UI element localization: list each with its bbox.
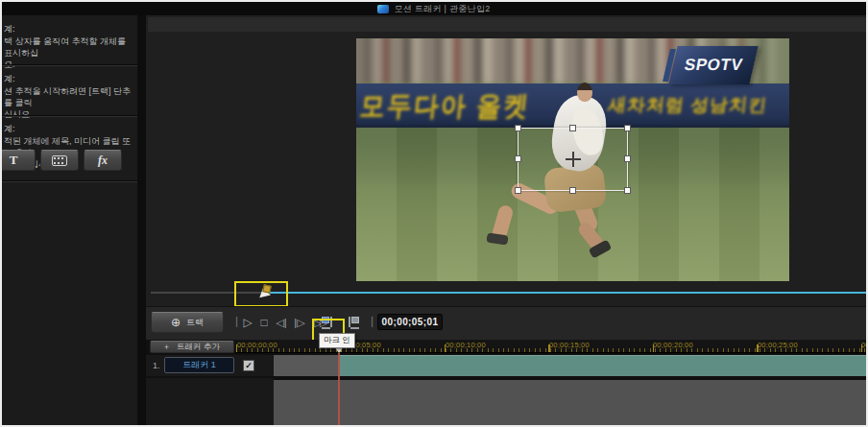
step-1-label: 계: — [4, 23, 136, 35]
add-effect-button[interactable]: fx — [84, 150, 122, 171]
track-index: 1. — [153, 361, 160, 370]
tracking-handle-ne[interactable] — [624, 125, 631, 131]
step-forward-button[interactable]: |▷ — [291, 312, 308, 333]
step-2-line-2: 십시오. — [4, 108, 136, 120]
mark-out-button[interactable] — [345, 312, 362, 333]
spotv-logo: SPOTV — [668, 46, 758, 84]
add-tracker-button[interactable]: + 트래커 추가 — [150, 341, 234, 353]
tracking-crosshair-icon[interactable] — [566, 152, 581, 167]
add-media-clip-button[interactable] — [40, 150, 79, 171]
playhead-line — [338, 353, 340, 426]
track-name-field[interactable]: 트래커 1 — [164, 357, 234, 373]
tracker-track-row: 1. 트래커 1 ✓ — [146, 355, 868, 376]
track-crosshair-icon: ⊕ — [171, 317, 181, 328]
step-back-icon: ◁| — [276, 317, 286, 329]
seek-bar-remaining[interactable] — [269, 292, 866, 294]
tracking-handle-s[interactable] — [569, 187, 576, 194]
mark-in-tooltip: 마크 인 — [319, 333, 355, 348]
preview-panel: 모두다아 올켓 새차처럼 성남치킨 SPOTV — [146, 15, 868, 427]
add-title-button[interactable]: T — [0, 150, 36, 171]
step-2-line-1: 션 추적을 시작하려면 [트랙] 단추를 클릭 — [4, 85, 136, 108]
highlight-box-scrubber — [234, 281, 288, 307]
timeline-empty-area — [274, 378, 868, 427]
step-1-line-2: 오. — [4, 59, 136, 70]
step-forward-icon: |▷ — [294, 317, 304, 329]
app-window: 모션 트래커 | 관중난입2 계: 택 상자를 움직여 추적할 개체를 표시하십… — [0, 0, 868, 427]
tracking-handle-n[interactable] — [569, 125, 576, 131]
tracking-handle-sw[interactable] — [515, 187, 521, 194]
step-2-label: 계: — [4, 73, 136, 84]
stop-icon: □ — [260, 316, 267, 329]
step-2: 계: 션 추적을 시작하려면 [트랙] 단추를 클릭 십시오. — [4, 73, 136, 120]
sidebar-divider — [2, 181, 137, 182]
banner-text-left: 모두다아 올켓 — [358, 87, 532, 125]
timeline-panel: + 트래커 추가 00;00;00;00 00;00;05;00 00;00;1… — [146, 340, 868, 427]
transport-toolbar: ⊕ 트랙 ❘ ▷ □ ◁| |▷ ▷▷ ❘ 00;00;05;01 마크 인 — [146, 306, 868, 340]
play-button[interactable]: ▷ — [240, 312, 255, 333]
stop-button[interactable]: □ — [256, 312, 272, 333]
timeline-header-column — [146, 378, 274, 427]
tracking-handle-nw[interactable] — [515, 125, 521, 131]
toolbar-separator: ❘ — [368, 315, 376, 327]
track-button-label: 트랙 — [186, 317, 204, 329]
media-clip-icon — [52, 155, 67, 166]
instructions-sidebar: 계: 택 상자를 움직여 추적할 개체를 표시하십 오. 계: 션 추적을 시작… — [2, 15, 137, 427]
banner-text-right: 새차처럼 성남치킨 — [607, 93, 769, 118]
sidebar-divider — [2, 65, 137, 66]
title-t-icon: T — [10, 153, 18, 168]
step-back-button[interactable]: ◁| — [273, 312, 290, 333]
add-tracker-label: 트래커 추가 — [177, 342, 220, 353]
current-timecode: 00;00;05;01 — [377, 314, 443, 330]
title-bar: 모션 트래커 | 관중난입2 — [2, 2, 866, 15]
mark-out-icon — [347, 317, 360, 329]
tracking-handle-w[interactable] — [515, 155, 521, 162]
motion-tracker-icon — [377, 5, 389, 13]
tracking-selection-box[interactable] — [518, 128, 628, 191]
clip-segment-tracked[interactable] — [339, 355, 868, 376]
window-title: 모션 트래커 | 관중난입2 — [394, 3, 490, 15]
step-3-label: 계: — [4, 123, 136, 134]
track-header: 1. 트래커 1 ✓ — [146, 355, 274, 376]
tracking-handle-se[interactable] — [624, 187, 631, 194]
video-preview: 모두다아 올켓 새차처럼 성남치킨 SPOTV — [356, 38, 789, 281]
preview-header-strip — [148, 17, 866, 32]
step-1-line-1: 택 상자를 움직여 추적할 개체를 표시하십 — [4, 36, 136, 59]
track-enabled-checkbox[interactable]: ✓ — [243, 360, 254, 371]
spotv-logo-text: SPOTV — [683, 56, 744, 75]
sidebar-divider — [2, 116, 137, 117]
clip-segment-before-mark[interactable] — [274, 355, 339, 376]
track-button[interactable]: ⊕ 트랙 — [151, 312, 224, 333]
step-1: 계: 택 상자를 움직여 추적할 개체를 표시하십 오. — [4, 23, 136, 70]
plus-icon: + — [164, 343, 169, 352]
tracking-handle-e[interactable] — [624, 155, 631, 162]
play-icon: ▷ — [243, 316, 252, 329]
fx-icon: fx — [98, 154, 108, 168]
